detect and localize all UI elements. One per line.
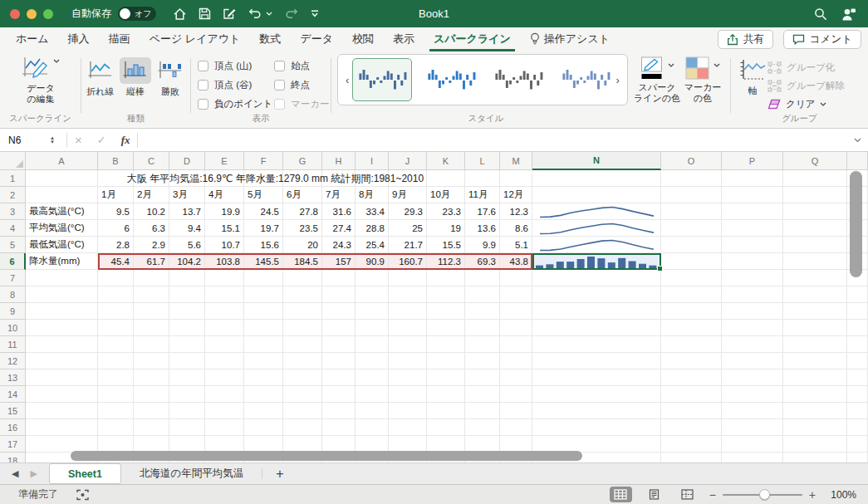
name-box-stepper[interactable]: ▲ ▼ <box>50 136 55 144</box>
sparkline-style-2[interactable] <box>423 61 479 98</box>
zoom-level[interactable]: 100% <box>826 489 856 501</box>
clear-button[interactable]: クリア <box>767 98 826 110</box>
cell-K6[interactable]: 112.3 <box>427 253 465 270</box>
cell-G16[interactable] <box>283 419 322 436</box>
cell-A6[interactable]: 降水量(mm) <box>26 253 98 270</box>
cell-P17[interactable] <box>722 436 783 453</box>
sheet-nav-left-icon[interactable]: ◀ <box>12 468 18 479</box>
cell-J6[interactable]: 160.7 <box>389 253 427 270</box>
cell-A2[interactable] <box>26 187 98 203</box>
row-header-16[interactable]: 16 <box>0 419 26 436</box>
checkbox-0[interactable]: 頂点 (山) <box>198 59 272 72</box>
undo-icon[interactable] <box>248 0 262 27</box>
cell-M12[interactable] <box>500 353 532 369</box>
cell-Q9[interactable] <box>783 303 847 320</box>
cell-M9[interactable] <box>500 303 532 320</box>
cell-J11[interactable] <box>389 336 427 353</box>
cell-A16[interactable] <box>26 419 98 436</box>
cell-I11[interactable] <box>356 336 389 353</box>
cell-D10[interactable] <box>169 320 205 336</box>
undo-chevron-icon[interactable] <box>266 0 272 27</box>
cell-L3[interactable]: 17.6 <box>465 203 500 220</box>
cell-Q14[interactable] <box>783 386 847 403</box>
cell-E3[interactable]: 19.9 <box>205 203 244 220</box>
cell-D6[interactable]: 104.2 <box>169 253 205 270</box>
row-header-17[interactable]: 17 <box>0 436 26 453</box>
cell-C8[interactable] <box>134 286 169 303</box>
zoom-slider-thumb[interactable] <box>759 489 770 500</box>
cell-B8[interactable] <box>98 286 134 303</box>
cell-F17[interactable] <box>244 436 283 453</box>
horizontal-scrollbar-thumb[interactable] <box>71 451 582 461</box>
cell-A4[interactable]: 平均気温(°C) <box>26 220 98 237</box>
close-window-button[interactable] <box>10 9 20 19</box>
cell-A9[interactable] <box>26 303 98 320</box>
cell-H11[interactable] <box>322 336 356 353</box>
cell-16[interactable] <box>847 419 868 436</box>
type-line-button[interactable]: 折れ線 <box>84 57 117 97</box>
cell-A13[interactable] <box>26 369 98 386</box>
cell-B11[interactable] <box>98 336 134 353</box>
cell-I12[interactable] <box>356 353 389 369</box>
cell-F10[interactable] <box>244 320 283 336</box>
row-header-6[interactable]: 6 <box>0 253 26 270</box>
cell-D9[interactable] <box>169 303 205 320</box>
zoom-window-button[interactable] <box>43 9 53 19</box>
page-layout-view-button[interactable] <box>643 487 665 502</box>
add-sheet-button[interactable]: + <box>262 463 297 484</box>
cell-M16[interactable] <box>500 419 532 436</box>
col-header-H[interactable]: H <box>322 152 356 170</box>
menu-tab-4[interactable]: 数式 <box>255 27 285 51</box>
cell-A12[interactable] <box>26 353 98 369</box>
page-break-view-button[interactable] <box>676 487 699 502</box>
cell-P15[interactable] <box>722 403 783 419</box>
cell-J17[interactable] <box>389 436 427 453</box>
cell-F9[interactable] <box>244 303 283 320</box>
cell-G15[interactable] <box>283 403 322 419</box>
cell-H17[interactable] <box>322 436 356 453</box>
cell-F12[interactable] <box>244 353 283 369</box>
cell-B4[interactable]: 6 <box>98 220 134 237</box>
cell-B15[interactable] <box>98 403 134 419</box>
cell-E11[interactable] <box>205 336 244 353</box>
col-header-G[interactable]: G <box>283 152 322 170</box>
cell-C15[interactable] <box>134 403 169 419</box>
cell-K10[interactable] <box>427 320 465 336</box>
cell-C11[interactable] <box>134 336 169 353</box>
cell-Q1[interactable] <box>783 170 847 187</box>
select-all-corner[interactable] <box>0 152 26 170</box>
cell-N5[interactable] <box>532 237 661 253</box>
cell-A5[interactable]: 最低気温(°C) <box>26 237 98 253</box>
cell-N4[interactable] <box>532 220 661 237</box>
cell-O15[interactable] <box>661 403 722 419</box>
cell-H12[interactable] <box>322 353 356 369</box>
cell-I2[interactable]: 8月 <box>356 187 389 203</box>
cell-O4[interactable] <box>661 220 722 237</box>
cell-B6[interactable]: 45.4 <box>98 253 134 270</box>
col-header-O[interactable]: O <box>661 152 722 170</box>
selected-cell-n6[interactable] <box>532 253 661 270</box>
cell-G12[interactable] <box>283 353 322 369</box>
cell-D15[interactable] <box>169 403 205 419</box>
checkbox-box[interactable] <box>198 99 208 110</box>
menu-tab-7[interactable]: 表示 <box>389 27 419 51</box>
macro-record-icon[interactable] <box>76 489 89 501</box>
cell-I5[interactable]: 25.4 <box>356 237 389 253</box>
cell-J4[interactable]: 25 <box>389 220 427 237</box>
cell-J8[interactable] <box>389 286 427 303</box>
edit-data-button[interactable]: データの編集 <box>10 56 71 105</box>
cell-Q11[interactable] <box>783 336 847 353</box>
cell-Q7[interactable] <box>783 270 847 286</box>
cell-N11[interactable] <box>532 336 661 353</box>
cell-A10[interactable] <box>26 320 98 336</box>
cell-B7[interactable] <box>98 270 134 286</box>
cell-E6[interactable]: 103.8 <box>205 253 244 270</box>
cell-O7[interactable] <box>661 270 722 286</box>
cell-N3[interactable] <box>532 203 661 220</box>
cell-F7[interactable] <box>244 270 283 286</box>
cell-G5[interactable]: 20 <box>283 237 322 253</box>
menu-tab-1[interactable]: 挿入 <box>64 27 94 51</box>
cell-H1[interactable] <box>322 170 356 187</box>
cell-A3[interactable]: 最高気温(°C) <box>26 203 98 220</box>
cell-J13[interactable] <box>389 369 427 386</box>
